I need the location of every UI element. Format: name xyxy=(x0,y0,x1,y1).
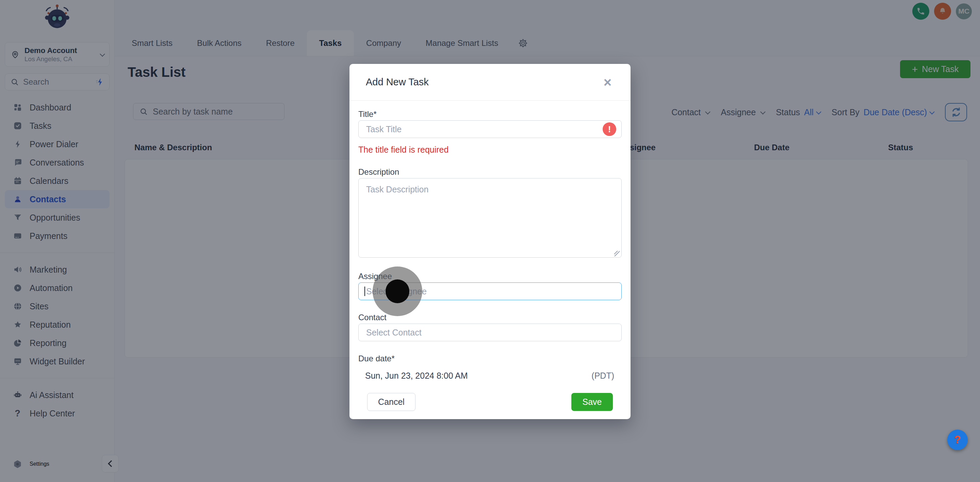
title-field: ! xyxy=(358,121,622,138)
save-button[interactable]: Save xyxy=(571,393,613,411)
modal-header: Add New Task × xyxy=(350,64,630,101)
help-fab-button[interactable]: ? xyxy=(947,430,968,450)
add-new-task-modal: Add New Task × Title* ! The title field … xyxy=(350,64,630,419)
title-error-text: The title field is required xyxy=(358,145,622,154)
close-icon[interactable]: × xyxy=(604,77,611,87)
modal-footer: Cancel Save xyxy=(358,393,622,411)
description-field xyxy=(358,178,622,259)
assignee-label: Assignee xyxy=(358,271,622,281)
title-label: Title* xyxy=(358,109,622,119)
description-label: Description xyxy=(358,167,622,177)
due-date-field: Sun, Jun 23, 2024 8:00 AM (PDT) xyxy=(358,371,622,381)
assignee-input[interactable] xyxy=(358,282,622,300)
contact-label: Contact xyxy=(358,313,622,322)
contact-input[interactable] xyxy=(358,323,622,341)
cancel-button[interactable]: Cancel xyxy=(367,393,415,411)
contact-field xyxy=(358,323,622,341)
modal-body: Title* ! The title field is required Des… xyxy=(350,101,630,411)
description-input[interactable] xyxy=(358,178,622,258)
title-input[interactable] xyxy=(358,121,622,138)
question-mark-icon: ? xyxy=(954,433,961,446)
due-date-label: Due date* xyxy=(358,354,622,363)
text-caret xyxy=(364,287,365,296)
due-date-timezone: (PDT) xyxy=(592,371,614,381)
due-date-value[interactable]: Sun, Jun 23, 2024 8:00 AM xyxy=(365,371,468,381)
error-icon: ! xyxy=(603,122,616,136)
assignee-field xyxy=(358,282,622,300)
resize-grip-icon[interactable] xyxy=(614,251,620,256)
modal-title: Add New Task xyxy=(366,76,429,88)
